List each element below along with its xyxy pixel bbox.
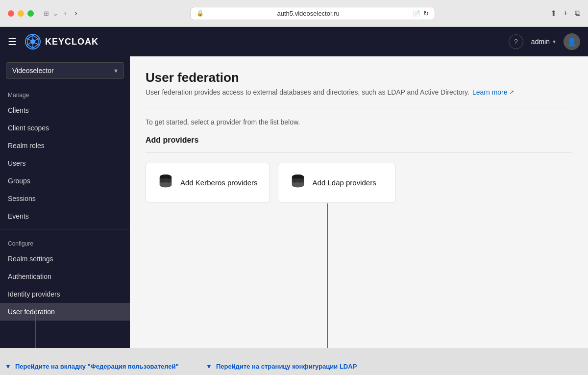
sidebar-item-realm-roles-label: Realm roles [8,142,45,150]
logo-text: KEYCLOAK [45,37,98,47]
user-menu-arrow: ▾ [553,38,556,45]
sidebar-item-clients-label: Clients [8,106,29,114]
sidebar-item-realm-settings-label: Realm settings [8,255,53,263]
sidebar-item-groups[interactable]: Groups [0,172,130,190]
annotation-right-arrow: ▼ [206,363,212,370]
sidebar-toggle-browser[interactable]: ⊞ [44,10,49,17]
realm-selector[interactable]: Videoselector ▾ [6,62,124,79]
ldap-db-icon [290,173,306,192]
page-title: User federation [146,70,572,85]
close-button[interactable] [8,10,14,17]
maximize-button[interactable] [27,10,34,17]
sidebar-item-sessions-label: Sessions [8,195,36,202]
svg-line-8 [27,39,31,41]
avatar-icon: 👤 [567,37,577,47]
svg-line-5 [35,43,39,45]
sidebar-item-events[interactable]: Events [0,207,130,225]
hamburger-menu[interactable]: ☰ [8,36,17,48]
sidebar-item-user-federation[interactable]: User federation [0,303,130,321]
external-link-icon: ↗ [509,89,514,96]
sidebar-item-sessions[interactable]: Sessions [0,190,130,207]
svg-line-4 [35,39,39,41]
ldap-label: Add Ldap providers [313,178,376,187]
sidebar-item-authentication-label: Authentication [8,273,51,280]
svg-point-12 [160,182,172,187]
start-text: To get started, select a provider from t… [146,118,572,126]
back-button[interactable]: ‹ [62,8,69,19]
sidebar-item-user-federation-label: User federation [8,308,55,316]
logo-area: KEYCLOAK [24,33,98,50]
user-menu[interactable]: admin ▾ [531,38,556,46]
svg-point-2 [30,39,35,44]
annotation-left: ▼ Перейдите на вкладку "Федерация пользо… [5,363,179,370]
content-area: User federation User federation provides… [130,56,588,348]
sidebar-item-authentication[interactable]: Authentication [0,268,130,285]
annotation-left-arrow: ▼ [5,363,11,370]
content-wrapper: User federation User federation provides… [146,70,572,202]
sidebar: Videoselector ▾ Manage Clients Client sc… [0,56,130,348]
ldap-provider-card[interactable]: Add Ldap providers [278,163,395,202]
traffic-lights [8,10,34,17]
annotation-right-text: Перейдите на страницу конфигурации LDAP [216,363,357,370]
kerberos-label: Add Kerberos providers [180,178,258,187]
refresh-icon[interactable]: ↻ [423,10,429,17]
svg-point-16 [292,182,304,187]
share-button[interactable]: ⬆ [550,9,557,18]
configure-section-label: Configure [0,233,130,250]
url-text: auth5.videoselector.ru [207,10,410,17]
annotations-area: ▼ Перейдите на вкладку "Федерация пользо… [0,348,588,375]
realm-name: Videoselector [12,67,54,75]
federation-pointer-line [35,308,36,348]
keycloak-logo-icon [24,33,41,50]
providers-title: Add providers [146,136,572,145]
avatar[interactable]: 👤 [564,33,580,50]
learn-more-link[interactable]: Learn more ↗ [472,88,514,96]
manage-section-label: Manage [0,85,130,101]
sidebar-item-client-scopes[interactable]: Client scopes [0,119,130,137]
forward-button[interactable]: › [73,8,79,19]
main-area: Videoselector ▾ Manage Clients Client sc… [0,56,588,348]
browser-chrome: ⊞ ⌄ ‹ › 🔒 auth5.videoselector.ru 📄 ↻ ⬆ +… [0,0,588,27]
browser-nav: ⊞ ⌄ ‹ › [44,8,79,19]
user-name: admin [531,38,550,46]
sidebar-item-users-label: Users [8,159,26,167]
app: ☰ KEYCLOAK ? admin ▾ 👤 [0,27,588,375]
sidebar-item-users[interactable]: Users [0,154,130,172]
navbar: ☰ KEYCLOAK ? admin ▾ 👤 [0,27,588,56]
duplicate-button[interactable]: ⧉ [575,9,580,18]
svg-line-7 [27,43,31,45]
browser-actions: ⬆ + ⧉ [550,9,580,18]
content-divider-top [146,108,572,108]
ldap-pointer-line [327,203,328,348]
providers-grid: Add Kerberos providers [146,163,572,202]
realm-dropdown-arrow: ▾ [114,67,118,75]
sidebar-item-realm-roles[interactable]: Realm roles [0,137,130,154]
sidebar-divider [0,229,130,229]
sidebar-item-events-label: Events [8,212,29,220]
annotation-right: ▼ Перейдите на страницу конфигурации LDA… [206,363,357,370]
learn-more-text: Learn more [472,88,508,96]
reader-icon: 📄 [413,10,420,17]
annotation-left-text: Перейдите на вкладку "Федерация пользова… [15,363,179,370]
sidebar-toggle-browser2[interactable]: ⌄ [53,10,58,17]
lock-icon: 🔒 [196,10,204,17]
page-description: User federation provides access to exter… [146,88,572,96]
providers-divider [146,152,572,153]
kerberos-provider-card[interactable]: Add Kerberos providers [146,163,270,202]
minimize-button[interactable] [18,10,24,17]
sidebar-item-clients[interactable]: Clients [0,101,130,119]
sidebar-item-identity-providers-label: Identity providers [8,290,60,298]
sidebar-item-client-scopes-label: Client scopes [8,124,49,132]
sidebar-item-groups-label: Groups [8,177,30,185]
description-text: User federation provides access to exter… [146,88,469,96]
sidebar-item-identity-providers[interactable]: Identity providers [0,285,130,303]
address-bar[interactable]: 🔒 auth5.videoselector.ru 📄 ↻ [190,7,435,20]
new-tab-button[interactable]: + [564,9,568,18]
sidebar-item-realm-settings[interactable]: Realm settings [0,250,130,268]
help-button[interactable]: ? [509,34,523,49]
kerberos-db-icon [158,173,173,192]
